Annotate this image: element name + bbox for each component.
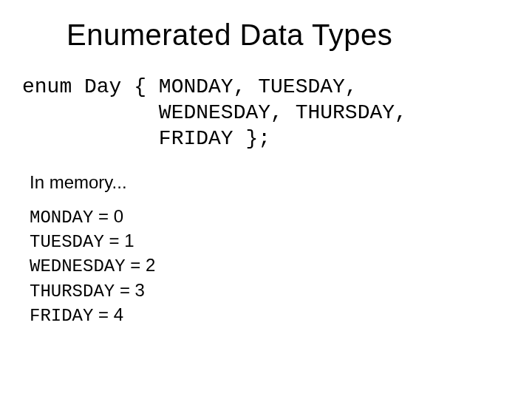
- enum-code-block: enum Day { MONDAY, TUESDAY, WEDNESDAY, T…: [22, 74, 510, 151]
- memory-row: THURSDAY = 3: [30, 279, 510, 303]
- in-memory-heading: In memory...: [30, 172, 510, 193]
- code-line-1: enum Day { MONDAY, TUESDAY,: [22, 75, 358, 98]
- enum-name: TUESDAY: [30, 232, 104, 252]
- memory-row: WEDNESDAY = 2: [30, 253, 510, 278]
- enum-value: = 0: [93, 206, 123, 226]
- enum-value: = 2: [126, 255, 156, 275]
- slide: Enumerated Data Types enum Day { MONDAY,…: [0, 0, 532, 399]
- enum-name: WEDNESDAY: [30, 256, 126, 276]
- code-line-2: WEDNESDAY, THURSDAY,: [22, 101, 407, 124]
- memory-row: MONDAY = 0: [30, 205, 510, 229]
- memory-row: TUESDAY = 1: [30, 229, 510, 253]
- enum-value: = 3: [115, 280, 145, 300]
- enum-name: FRIDAY: [30, 306, 93, 326]
- memory-values-list: MONDAY = 0 TUESDAY = 1 WEDNESDAY = 2 THU…: [30, 205, 510, 327]
- memory-row: FRIDAY = 4: [30, 303, 510, 327]
- enum-name: MONDAY: [30, 208, 93, 228]
- code-line-3: FRIDAY };: [22, 127, 270, 150]
- enum-name: THURSDAY: [30, 282, 115, 301]
- enum-value: = 4: [93, 304, 123, 324]
- enum-value: = 1: [104, 231, 134, 250]
- slide-title: Enumerated Data Types: [66, 18, 510, 52]
